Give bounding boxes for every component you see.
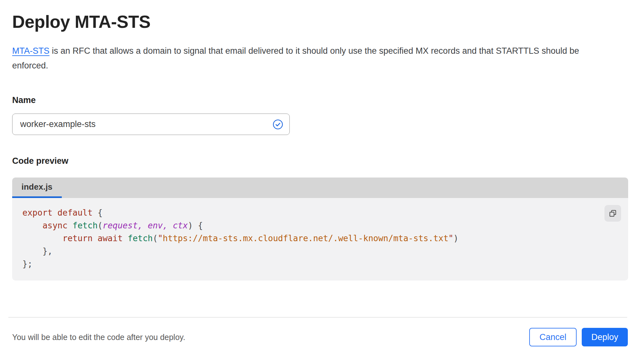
name-label: Name bbox=[12, 95, 628, 105]
mta-sts-link[interactable]: MTA-STS bbox=[12, 46, 50, 56]
deploy-mta-sts-page: Deploy MTA-STS MTA-STS is an RFC that al… bbox=[0, 0, 640, 364]
cancel-button[interactable]: Cancel bbox=[529, 328, 577, 346]
name-input-wrap bbox=[12, 114, 290, 135]
code-preview-card: index.js export default { async fetch(re… bbox=[12, 178, 628, 281]
code-tab-bar: index.js bbox=[12, 178, 628, 198]
footer-note: You will be able to edit the code after … bbox=[12, 333, 185, 342]
description-text: is an RFC that allows a domain to signal… bbox=[12, 46, 579, 70]
copy-code-button[interactable] bbox=[604, 205, 621, 222]
page-title: Deploy MTA-STS bbox=[12, 12, 628, 32]
tab-index-js[interactable]: index.js bbox=[12, 178, 62, 198]
deploy-button[interactable]: Deploy bbox=[582, 328, 628, 346]
code-area: export default { async fetch(request, en… bbox=[12, 198, 628, 281]
code-preview-label: Code preview bbox=[12, 156, 628, 166]
name-input[interactable] bbox=[12, 114, 290, 135]
description: MTA-STS is an RFC that allows a domain t… bbox=[12, 44, 608, 73]
footer-actions: Cancel Deploy bbox=[529, 328, 628, 346]
check-circle-icon bbox=[272, 119, 283, 130]
tab-label: index.js bbox=[21, 182, 53, 192]
copy-icon bbox=[609, 209, 617, 218]
footer-divider bbox=[8, 317, 627, 318]
footer: You will be able to edit the code after … bbox=[12, 328, 628, 346]
code-content: export default { async fetch(request, en… bbox=[22, 206, 596, 270]
